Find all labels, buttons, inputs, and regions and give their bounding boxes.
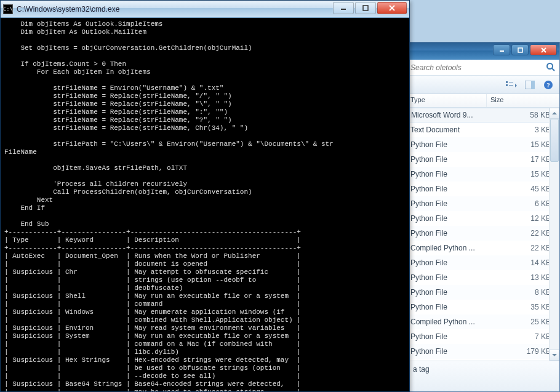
explorer-details-pane: a tag [407,361,559,391]
file-type-cell: Python File [407,288,487,297]
file-type-cell: Python File [407,214,487,223]
file-list-row[interactable]: Python File14 KB [407,255,559,270]
explorer-file-list[interactable]: Microsoft Word 9...58 KBText Document3 K… [407,108,559,361]
file-list-row[interactable]: Python File178 KB [407,359,559,361]
file-list-row[interactable]: Python File179 KB [407,344,559,359]
scroll-up-button[interactable] [550,108,559,119]
help-icon: ? [543,80,553,90]
file-type-cell: Python File [407,347,487,356]
file-list-row[interactable]: Python File12 KB [407,211,559,226]
file-list-row[interactable]: Compiled Python ...22 KB [407,241,559,255]
preview-pane-icon [525,81,535,89]
svg-rect-1 [363,6,368,10]
file-type-cell: Python File [407,185,487,193]
close-icon [388,5,396,11]
file-list-row[interactable]: Python File17 KB [407,152,559,167]
file-type-cell: Python File [407,303,487,311]
file-type-cell: Microsoft Word 9... [407,111,487,119]
file-list-row[interactable]: Python File13 KB [407,270,559,285]
maximize-button[interactable] [355,2,376,14]
file-list-row[interactable]: Python File8 KB [407,285,559,300]
file-list-row[interactable]: Python File7 KB [407,329,559,344]
column-header-size[interactable]: Size [487,94,559,107]
chevron-up-icon [552,111,557,115]
help-button[interactable]: ? [542,79,554,91]
file-type-cell: Python File [407,332,487,341]
maximize-button[interactable] [511,44,529,55]
maximize-icon [518,47,523,53]
scroll-down-button[interactable] [550,350,559,361]
file-type-cell: Compiled Python ... [407,318,487,326]
file-list-row[interactable]: Python File15 KB [407,167,559,182]
preview-pane-button[interactable] [524,79,536,91]
search-input[interactable] [407,60,559,75]
file-type-cell: Python File [407,170,487,178]
scrollbar-thumb[interactable] [550,119,559,162]
file-type-cell: Python File [407,273,487,282]
scrollbar-track[interactable] [550,119,559,350]
file-list-row[interactable]: Python File22 KB [407,226,559,241]
file-type-cell: Text Document [407,126,487,134]
explorer-toolbar: ? [407,76,559,94]
svg-rect-5 [518,48,522,52]
file-type-cell: Python File [407,258,487,267]
minimize-icon [499,47,505,53]
file-list-row[interactable]: Python File15 KB [407,137,559,152]
close-button[interactable] [377,2,407,14]
cmd-output[interactable]: Dim objItems As Outlook.SimpleItems Dim … [1,18,409,391]
file-list-row[interactable]: Python File35 KB [407,300,559,314]
close-icon [540,47,547,53]
svg-line-9 [552,68,554,71]
cmd-window: C:\ C:\Windows\system32\cmd.exe Dim objI… [0,0,410,392]
maximize-icon [362,5,369,11]
svg-rect-11 [509,82,513,82]
file-list-row[interactable]: Microsoft Word 9...58 KB [407,108,559,122]
chevron-down-icon [552,353,557,357]
explorer-window: ? Type Size Microsoft Word 9...58 KBText… [406,42,560,392]
minimize-button[interactable] [333,2,354,14]
cmd-icon: C:\ [3,4,13,14]
file-type-cell: Python File [407,155,487,164]
search-icon[interactable] [546,62,556,72]
explorer-column-headers: Type Size [407,94,559,108]
file-list-row[interactable]: Text Document3 KB [407,122,559,137]
svg-point-8 [547,63,553,69]
file-type-cell: Compiled Python ... [407,244,487,252]
column-header-type[interactable]: Type [407,94,487,107]
file-type-cell: Python File [407,199,487,208]
cmd-title: C:\Windows\system32\cmd.exe [17,5,119,14]
file-list-row[interactable]: Compiled Python ...25 KB [407,314,559,329]
explorer-search[interactable] [407,60,559,76]
vertical-scrollbar[interactable] [549,108,559,361]
close-button[interactable] [530,44,557,55]
file-type-cell: Python File [407,229,487,238]
file-list-row[interactable]: Python File45 KB [407,182,559,196]
cmd-titlebar[interactable]: C:\ C:\Windows\system32\cmd.exe [1,1,409,18]
file-size-cell: 58 KB [487,111,559,119]
view-options-button[interactable] [505,79,518,91]
svg-text:?: ? [546,81,550,89]
svg-rect-10 [506,81,508,83]
svg-rect-15 [531,81,535,89]
svg-rect-12 [506,84,508,86]
file-list-row[interactable]: Python File6 KB [407,196,559,211]
minimize-button[interactable] [493,44,510,55]
minimize-icon [340,5,346,11]
view-options-icon [506,81,517,89]
details-text: a tag [413,365,430,374]
file-type-cell: Python File [407,140,487,149]
explorer-titlebar[interactable] [407,42,559,60]
svg-rect-13 [509,85,513,86]
